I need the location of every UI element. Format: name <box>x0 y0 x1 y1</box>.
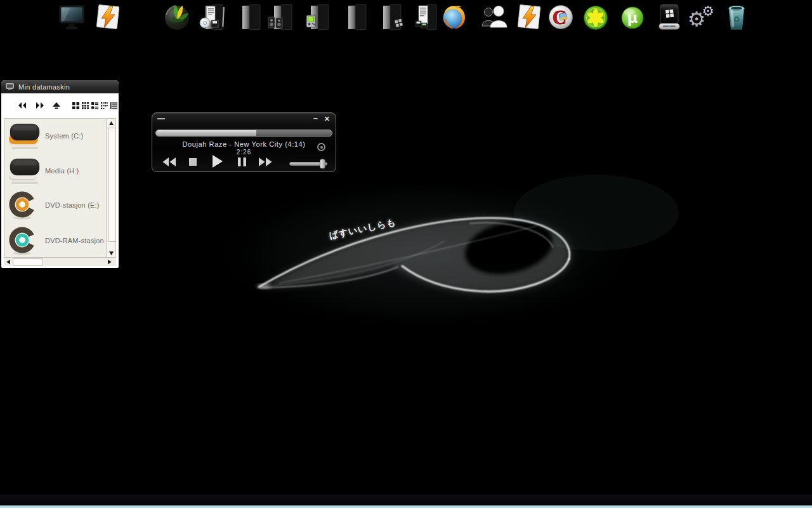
drive-label: DVD-stasjon (E:) <box>45 201 100 209</box>
my-computer-small-icon <box>6 83 14 91</box>
my-computer-icon <box>57 3 86 32</box>
software-folder-icon <box>198 3 227 32</box>
optical-drive-icon <box>7 190 41 220</box>
back-icon <box>18 102 26 109</box>
volume-slider[interactable] <box>289 162 327 166</box>
dock-my-computer[interactable] <box>57 3 86 32</box>
taskbar[interactable] <box>0 495 812 505</box>
wallpaper-swirl <box>0 0 812 508</box>
scroll-up-icon <box>109 121 114 125</box>
dock-winamp-2[interactable] <box>514 3 544 32</box>
dock-documents-folder[interactable] <box>410 3 440 32</box>
volume-knob[interactable] <box>320 159 325 169</box>
view-list-icon <box>101 102 108 109</box>
dock-music-folder[interactable] <box>265 3 294 32</box>
dock-system-drive[interactable] <box>655 3 684 32</box>
scroll-right-button[interactable] <box>105 258 114 265</box>
dock-software-folder[interactable] <box>198 3 227 32</box>
folder-icon <box>235 3 264 32</box>
view-thumbnails-button[interactable] <box>72 102 80 109</box>
optical-drive-icon <box>7 225 41 256</box>
scroll-down-icon <box>109 251 114 255</box>
view-tiles-button[interactable] <box>91 102 99 109</box>
view-details-button[interactable] <box>110 102 118 109</box>
track-title: Doujah Raze - New York City (4:14) <box>152 140 336 148</box>
drive-row-dvd-e[interactable]: DVD-stasjon (E:) <box>7 190 100 220</box>
winamp-icon <box>93 3 122 32</box>
drive-label: Media (H:) <box>45 167 79 175</box>
dock: C <box>0 0 812 36</box>
up-icon <box>53 102 60 109</box>
explorer-titlebar[interactable]: Min datamaskin <box>1 80 119 93</box>
dock-windows-folder[interactable] <box>377 3 406 32</box>
dock-recycle-bin[interactable]: ♻ <box>722 3 751 32</box>
dock-winamp[interactable] <box>93 3 122 32</box>
previous-button[interactable] <box>162 157 176 166</box>
scroll-down-button[interactable] <box>107 249 115 257</box>
firefox-icon <box>439 3 468 32</box>
shade-handle-icon[interactable] <box>157 118 165 119</box>
taskbar-edge-strip[interactable] <box>0 505 812 508</box>
stop-icon <box>189 158 197 166</box>
drive-label: System (C:) <box>45 132 83 140</box>
horizontal-scroll-thumb[interactable] <box>13 258 43 266</box>
vertical-scrollbar[interactable] <box>106 119 115 257</box>
pause-button[interactable] <box>238 157 246 166</box>
ccleaner-icon: C <box>546 3 575 32</box>
drive-label: DVD-RAM-stasjon (D:) <box>45 237 106 244</box>
horizontal-scrollbar[interactable] <box>4 258 116 266</box>
limewire-icon <box>581 3 610 32</box>
dock-limewire[interactable] <box>581 3 610 32</box>
scroll-left-button[interactable] <box>4 258 12 265</box>
dock-folder-1[interactable] <box>235 3 264 32</box>
drive-list: System (C:) Media (H:) <box>4 119 106 257</box>
documents-folder-icon <box>410 3 440 32</box>
drive-row-dvdram-d[interactable]: DVD-RAM-stasjon (D:) <box>7 225 106 256</box>
dock-ccleaner[interactable]: C <box>546 3 575 32</box>
drive-row-system-c[interactable]: System (C:) <box>7 121 83 150</box>
play-button[interactable] <box>213 155 223 168</box>
hard-drive-icon <box>7 156 41 185</box>
scroll-up-button[interactable] <box>107 119 115 127</box>
next-button[interactable] <box>259 157 272 166</box>
previous-icon <box>162 157 176 166</box>
dock-nature-theme[interactable] <box>162 3 192 32</box>
explorer-content: System (C:) Media (H:) <box>4 118 116 258</box>
dock-messenger[interactable] <box>480 3 509 32</box>
seek-bar[interactable] <box>155 130 332 137</box>
pause-icon <box>238 157 246 166</box>
view-tiles-icon <box>91 102 98 109</box>
up-button[interactable] <box>52 102 60 109</box>
drive-row-media-h[interactable]: Media (H:) <box>7 156 79 185</box>
folder-icon <box>341 3 370 32</box>
hard-drive-icon <box>7 121 41 150</box>
view-details-icon <box>110 102 117 109</box>
scroll-right-icon <box>108 260 112 264</box>
nature-sphere-icon <box>162 3 192 32</box>
forward-button[interactable] <box>36 102 44 109</box>
games-folder-icon <box>302 3 331 32</box>
vertical-scroll-thumb[interactable] <box>108 128 116 242</box>
view-list-button[interactable] <box>100 102 108 109</box>
explorer-window-title: Min datamaskin <box>18 83 70 91</box>
back-button[interactable] <box>18 102 26 109</box>
dock-firefox[interactable] <box>439 3 468 32</box>
dock-utorrent[interactable]: µ <box>618 3 647 32</box>
elapsed-time: 2:26 <box>152 149 336 156</box>
stop-button[interactable] <box>189 158 197 166</box>
play-icon <box>213 155 223 168</box>
close-button[interactable]: ✕ <box>324 115 330 123</box>
utorrent-icon: µ <box>618 3 647 32</box>
windows-folder-icon <box>377 3 406 32</box>
dock-games-folder[interactable] <box>302 3 331 32</box>
minimize-button[interactable]: – <box>313 114 318 123</box>
view-icons-button[interactable] <box>81 102 89 109</box>
dock-settings[interactable]: ⚙ ⚙ <box>686 3 716 32</box>
system-drive-icon <box>655 3 684 32</box>
svg-text:⚙: ⚙ <box>702 3 714 19</box>
record-circle-button[interactable] <box>317 143 325 151</box>
dock-folder-2[interactable] <box>341 3 370 32</box>
explorer-toolbar <box>1 93 119 118</box>
explorer-window: Min datamaskin <box>1 80 119 268</box>
next-icon <box>259 157 272 166</box>
